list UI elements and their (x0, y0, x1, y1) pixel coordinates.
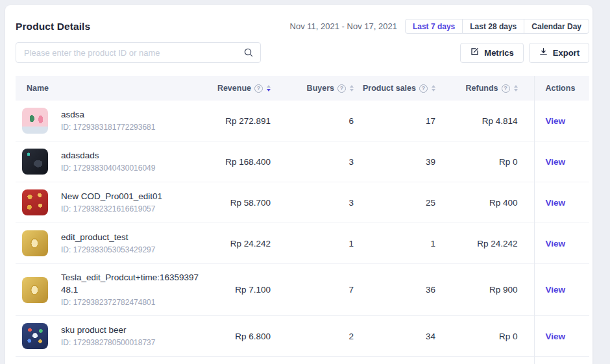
product-sales-value: 34 (354, 316, 436, 357)
view-link[interactable]: View (546, 239, 566, 249)
refunds-value: Rp 4.814 (436, 101, 534, 141)
product-table: Name Revenue Buyers Product sales Refund… (16, 76, 589, 364)
table-row: adasdadsID: 1729383040430016049 Rp 168.4… (16, 141, 589, 182)
view-link[interactable]: View (546, 198, 566, 208)
info-icon[interactable] (502, 84, 510, 93)
page-title: Product Details (16, 21, 90, 32)
date-range-text: Nov 11, 2021 - Nov 17, 2021 (290, 21, 397, 31)
refunds-value: Rp 400 (436, 182, 534, 223)
product-image (22, 230, 48, 256)
download-icon (539, 47, 548, 58)
buyers-value: 3 (271, 182, 354, 223)
table-row: sku product beerID: 1729382780500018737 … (16, 316, 589, 357)
view-link[interactable]: View (546, 157, 566, 167)
table-header-row: Name Revenue Buyers Product sales Refund… (16, 76, 589, 101)
table-row: New COD_Pro001_edit01ID: 172938232161661… (16, 182, 589, 223)
metrics-edit-icon (470, 47, 480, 58)
product-id: ID: 1729382780500018737 (61, 337, 155, 348)
toolbar-buttons: Metrics Export (460, 43, 589, 63)
refunds-value: Rp 900 (436, 264, 534, 316)
info-icon[interactable] (337, 84, 346, 93)
refunds-value: Rp 0 (436, 316, 534, 357)
buyers-value: 1 (271, 223, 354, 264)
product-id: ID: 1729383040430016049 (61, 163, 155, 174)
metrics-button-label: Metrics (484, 48, 514, 58)
product-id: ID: 1729382321616619057 (61, 204, 162, 215)
product-search (16, 42, 261, 63)
view-link[interactable]: View (546, 116, 566, 126)
product-image (22, 108, 48, 134)
range-button-last-28-days[interactable]: Last 28 days (462, 19, 524, 34)
date-range-segmented-control: Last 7 days Last 28 days Calendar Day (405, 19, 589, 34)
product-sales-value: 2 (354, 357, 436, 364)
product-name: sku product beer (61, 324, 155, 336)
product-sales-value: 39 (354, 141, 436, 182)
product-name: New COD_Pro001_edit01 (61, 190, 162, 202)
product-sales-value: 1 (354, 223, 436, 264)
column-header-product-sales[interactable]: Product sales (354, 76, 436, 101)
revenue-value: Rp 7.100 (204, 264, 271, 316)
product-image (22, 323, 48, 349)
product-id: ID: 1729382372782474801 (61, 297, 201, 308)
table-row: asdsaID: 1729383181772293681 Rp 272.891 … (16, 101, 589, 141)
revenue-value: Rp 272.891 (204, 101, 271, 141)
view-link[interactable]: View (546, 332, 566, 341)
buyers-value: 6 (271, 101, 354, 141)
range-button-last-7-days[interactable]: Last 7 days (405, 19, 463, 34)
product-image (22, 277, 48, 303)
buyers-value: 7 (271, 264, 354, 316)
column-header-buyers[interactable]: Buyers (271, 76, 354, 101)
table-row: Tesla_edit_Prodcut+time:1635939748.1ID: … (16, 264, 589, 316)
sort-icon-product-sales[interactable] (432, 85, 435, 91)
metrics-button[interactable]: Metrics (460, 43, 524, 63)
product-name: Tesla_edit_Prodcut+time:1635939748.1 (61, 271, 201, 296)
revenue-value: Rp 4.688 (204, 357, 271, 364)
info-icon[interactable] (254, 84, 263, 93)
product-sales-value: 17 (354, 101, 436, 141)
export-button-label: Export (553, 48, 580, 58)
buyers-value: 1 (271, 357, 354, 364)
product-name: edit_product_test (61, 231, 155, 243)
product-id: ID: 1729383053053429297 (61, 245, 155, 256)
search-icon[interactable] (243, 47, 254, 58)
column-header-refunds[interactable]: Refunds (436, 76, 534, 101)
sort-icon-refunds[interactable] (514, 85, 518, 91)
export-button[interactable]: Export (529, 43, 589, 63)
action-bar: Metrics Export (16, 42, 589, 63)
product-image (22, 189, 48, 215)
column-header-revenue[interactable]: Revenue (204, 76, 271, 101)
sort-icon-revenue[interactable] (267, 85, 271, 91)
range-button-calendar-day[interactable]: Calendar Day (524, 19, 589, 34)
refunds-value: Rp 0 (436, 357, 534, 364)
revenue-value: Rp 24.242 (204, 223, 271, 264)
product-details-card: Product Details Nov 11, 2021 - Nov 17, 2… (5, 5, 592, 364)
product-image (22, 149, 48, 175)
product-sales-value: 25 (354, 182, 436, 223)
product-name: asdsa (61, 108, 155, 121)
revenue-value: Rp 6.800 (204, 316, 271, 357)
product-name: adasdads (61, 149, 155, 162)
product-id: ID: 1729383181772293681 (61, 122, 155, 133)
refunds-value: Rp 24.242 (436, 223, 534, 264)
top-bar: Product Details Nov 11, 2021 - Nov 17, 2… (16, 5, 589, 34)
column-header-actions: Actions (534, 76, 589, 101)
table-row: edit_product_testID: 1729383053053429297… (16, 223, 589, 264)
table-row: 100 sku new 555ID: 1729382821500014731 R… (16, 357, 589, 364)
buyers-value: 2 (271, 316, 354, 357)
product-sales-value: 36 (354, 264, 436, 316)
refunds-value: Rp 0 (436, 141, 534, 182)
info-icon[interactable] (419, 84, 428, 93)
column-header-name: Name (16, 76, 204, 101)
view-link[interactable]: View (546, 285, 566, 295)
sort-icon-buyers[interactable] (350, 85, 354, 91)
revenue-value: Rp 168.400 (204, 141, 271, 182)
date-controls: Nov 11, 2021 - Nov 17, 2021 Last 7 days … (290, 19, 589, 34)
buyers-value: 3 (271, 141, 354, 182)
search-input[interactable] (16, 42, 261, 63)
revenue-value: Rp 58.700 (204, 182, 271, 223)
